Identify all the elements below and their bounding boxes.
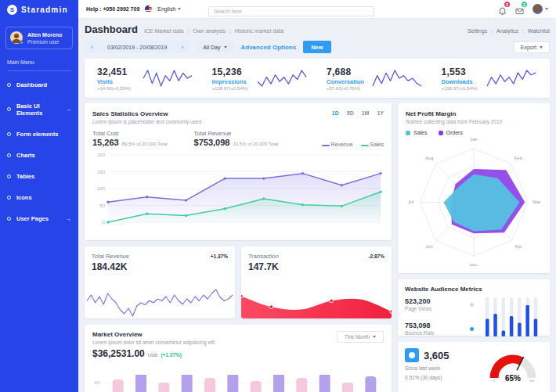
- conversation-sparkline-chart: [371, 69, 423, 88]
- stat-change: +57.62(+0.76%): [327, 86, 364, 91]
- card-subtitle: Lorem ipsum is placeholder text commonly…: [92, 119, 201, 124]
- sidebar-item-user-pages[interactable]: User Pages →: [0, 208, 78, 229]
- revenue-sparkline-chart: [85, 287, 235, 318]
- export-button[interactable]: Export: [514, 41, 550, 53]
- audience-bar-chart: [480, 296, 543, 338]
- metric-value: 753,098: [405, 322, 435, 329]
- dashboard-grid: Sales Statistics Overview Lorem ipsum is…: [85, 103, 550, 392]
- legend-sales: Sales: [361, 142, 384, 147]
- range-tab-5d[interactable]: 5D: [347, 110, 354, 124]
- metric-text: 753,098 Bounce Rate: [405, 322, 435, 336]
- page-title: Dashboard: [85, 23, 138, 35]
- breadcrumb-item[interactable]: Historic market data: [235, 28, 283, 34]
- right-column: Net Profit Margin Started collecting dat…: [398, 103, 550, 392]
- market-value: $36,2531.00: [92, 348, 145, 359]
- range-tab-1m[interactable]: 1M: [362, 110, 370, 124]
- language-selector[interactable]: English: [157, 6, 181, 12]
- stat-downloads: 1,553 Downloads +138.97(+0.54%): [432, 64, 547, 92]
- help-phone: Help : +050 2992 709: [86, 6, 139, 12]
- advanced-options-link[interactable]: Advanced Options: [240, 44, 296, 51]
- sidebar-item-label: Charts: [16, 152, 35, 159]
- us-flag-icon: [145, 5, 152, 13]
- range-tab-1d[interactable]: 1D: [332, 110, 339, 124]
- total-revenue: Total Revenue $753,098 10.5% of 20,000 T…: [194, 130, 279, 147]
- legend-revenue: Revenue: [322, 142, 353, 147]
- card-subtitle: Started collecting data from February 20…: [406, 119, 542, 124]
- prev-date-button[interactable]: ‹: [91, 44, 93, 51]
- app-window: S Staradmin Allen Moreno Premium user Ma…: [0, 0, 556, 392]
- svg-text:Aug: Aug: [425, 156, 434, 160]
- menu-dot-icon: [7, 174, 11, 178]
- menu-dot-icon: [7, 107, 11, 111]
- audience-metrics-card: Website Audience Metrics 523,200 Page Vi…: [398, 279, 550, 336]
- sidebar-item-basic-ui-elements[interactable]: Basic UI Elements →: [0, 95, 78, 124]
- sidebar-item-dashboard[interactable]: Dashboard: [0, 74, 78, 95]
- chevron-down-icon: [540, 46, 543, 49]
- brand[interactable]: S Staradmin: [0, 0, 78, 19]
- total-revenue-note: 10.5% of 20,000 Total: [233, 142, 278, 146]
- stat-text: 1,553 Downloads +138.97(+0.54%): [442, 67, 478, 91]
- svg-text:50: 50: [99, 203, 105, 208]
- user-menu[interactable]: [533, 4, 548, 14]
- market-currency: USD: [148, 353, 158, 358]
- card-title: Transaction: [248, 253, 279, 260]
- user-avatar: [533, 4, 543, 14]
- revenue-change: +1.37%: [211, 254, 228, 259]
- sidebar-profile[interactable]: Allen Moreno Premium user: [5, 27, 73, 49]
- new-button[interactable]: New: [303, 41, 330, 53]
- link-analytics[interactable]: Analytics: [496, 28, 518, 34]
- bell-icon: [498, 7, 507, 16]
- sidebar-item-tables[interactable]: Tables: [0, 166, 78, 187]
- weekly-note: 0.51% (30 days): [405, 375, 449, 380]
- messages-button[interactable]: 3: [515, 5, 524, 13]
- revenue-dash-icon: [322, 145, 330, 147]
- day-filter-dropdown[interactable]: All Day: [197, 41, 233, 53]
- search-box: [208, 2, 374, 16]
- stat-label: Impressions: [212, 78, 248, 85]
- range-tab-1y[interactable]: 1Y: [377, 110, 384, 124]
- next-date-button[interactable]: ›: [181, 44, 183, 51]
- month-filter-dropdown[interactable]: This Month: [337, 331, 384, 343]
- search-input[interactable]: [208, 6, 374, 16]
- svg-text:Mar: Mar: [533, 200, 540, 204]
- stat-value: 1,553: [442, 67, 478, 77]
- metric-value: 523,200: [405, 297, 431, 305]
- notifications-button[interactable]: 3: [498, 5, 507, 13]
- sidebar-item-icons[interactable]: Icons: [0, 187, 78, 208]
- chat-bubble-icon: [405, 348, 419, 362]
- sidebar-item-charts[interactable]: Charts: [0, 145, 78, 166]
- messages-badge: 3: [522, 2, 527, 7]
- stat-change: +138.97(+0.54%): [442, 86, 478, 91]
- link-settings[interactable]: Settings: [468, 28, 487, 34]
- svg-text:Jun: Jun: [425, 244, 433, 249]
- weekly-label: Since last week: [405, 365, 449, 371]
- breadcrumb-item[interactable]: Own analysis: [193, 28, 226, 34]
- sales-dash-icon: [361, 145, 369, 147]
- weekly-value: 3,605: [424, 350, 449, 361]
- svg-text:100: 100: [97, 186, 106, 191]
- card-title: Sales Statistics Overview: [92, 110, 201, 117]
- transaction-change: -2.87%: [368, 254, 385, 259]
- impressions-sparkline-chart: [256, 69, 308, 88]
- market-bar-chart: 400: [92, 375, 384, 392]
- transaction-value: 147.7K: [248, 261, 385, 272]
- svg-text:Jan: Jan: [470, 137, 478, 142]
- brand-name: Staradmin: [21, 5, 68, 14]
- transaction-area-chart: [241, 290, 392, 318]
- svg-text:400: 400: [94, 380, 101, 385]
- stat-text: 7,688 Conversation +57.62(+0.76%): [327, 67, 364, 91]
- gauge-chart: 65%0100: [483, 347, 543, 386]
- header-links: Settings | Analytics | Watchlist: [468, 28, 550, 34]
- stat-label: Visits: [97, 78, 131, 85]
- sidebar-item-form-elements[interactable]: Form elements: [0, 124, 78, 145]
- svg-text:Feb: Feb: [514, 156, 523, 160]
- bounce-rate-dot-icon: [470, 327, 474, 331]
- total-revenue-value: $753,098: [194, 138, 230, 147]
- revenue-value: 184.42K: [92, 261, 228, 272]
- total-cost: Total Cost 15,263 89.5% of 20,000 Total: [92, 130, 168, 147]
- breadcrumb-item[interactable]: ICE Market data: [144, 28, 184, 34]
- total-cost-value: 15,263: [92, 138, 119, 147]
- menu-dot-icon: [7, 217, 11, 221]
- page-views-dot-icon: [470, 303, 474, 307]
- link-watchlist[interactable]: Watchlist: [528, 28, 550, 34]
